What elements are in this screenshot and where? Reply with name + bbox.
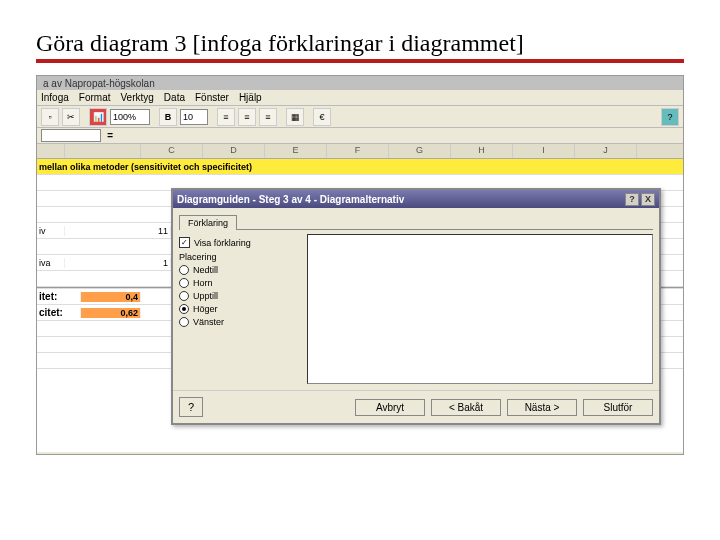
next-button[interactable]: Nästa > [507, 399, 577, 416]
close-icon[interactable]: X [641, 193, 655, 206]
fontsize-select[interactable]: 10 [180, 109, 208, 125]
col-header[interactable]: H [451, 144, 513, 158]
col-header[interactable]: C [141, 144, 203, 158]
bold-btn[interactable]: B [159, 108, 177, 126]
menu-verktyg[interactable]: Verktyg [120, 92, 153, 103]
col-header[interactable]: G [389, 144, 451, 158]
finish-button[interactable]: Slutför [583, 399, 653, 416]
dialog-footer: ? Avbryt < Bakåt Nästa > Slutför [173, 390, 659, 423]
show-legend-label: Visa förklaring [194, 238, 251, 248]
merge-icon[interactable]: ▦ [286, 108, 304, 126]
toolbar-btn[interactable]: ✂ [62, 108, 80, 126]
col-header[interactable]: D [203, 144, 265, 158]
sensitivity-value[interactable]: 0,4 [81, 292, 141, 302]
formula-bar: = [37, 128, 683, 144]
placement-label: Placering [179, 252, 299, 262]
toolbar-btn[interactable]: ▫ [41, 108, 59, 126]
toolbar: ▫ ✂ 📊 100% B 10 ≡ ≡ ≡ ▦ € ? [37, 106, 683, 128]
sheet-heading: mellan olika metoder (sensitivitet och s… [37, 162, 437, 172]
col-header[interactable]: I [513, 144, 575, 158]
tab-forklaring[interactable]: Förklaring [179, 215, 237, 230]
chart-wizard-dialog: Diagramguiden - Steg 3 av 4 - Diagramalt… [171, 188, 661, 425]
cancel-button[interactable]: Avbryt [355, 399, 425, 416]
cell[interactable]: itet: [37, 291, 81, 302]
window-titlebar: a av Napropat-högskolan [37, 76, 683, 90]
cell[interactable]: iva [37, 258, 65, 268]
header-row: mellan olika metoder (sensitivitet och s… [37, 159, 683, 175]
menu-format[interactable]: Format [79, 92, 111, 103]
zoom-select[interactable]: 100% [110, 109, 150, 125]
spreadsheet: C D E F G H I J mellan olika metoder (se… [37, 144, 683, 452]
dialog-titlebar: Diagramguiden - Steg 3 av 4 - Diagramalt… [173, 190, 659, 208]
col-header[interactable]: J [575, 144, 637, 158]
align-right-icon[interactable]: ≡ [259, 108, 277, 126]
legend-options: ✓ Visa förklaring Placering Nedtill Horn… [179, 234, 299, 384]
column-headers: C D E F G H I J [37, 144, 683, 159]
radio-upptill[interactable] [179, 291, 189, 301]
menu-bar: Infoga Format Verktyg Data Fönster Hjälp [37, 90, 683, 106]
radio-horn[interactable] [179, 278, 189, 288]
col-header[interactable]: F [327, 144, 389, 158]
help-icon[interactable]: ? [625, 193, 639, 206]
align-left-icon[interactable]: ≡ [217, 108, 235, 126]
chart-icon[interactable]: 📊 [89, 108, 107, 126]
tab-strip: Förklaring [179, 214, 653, 230]
menu-data[interactable]: Data [164, 92, 185, 103]
show-legend-checkbox[interactable]: ✓ [179, 237, 190, 248]
slide-title: Göra diagram 3 [infoga förklaringar i di… [36, 30, 684, 63]
name-box[interactable] [41, 129, 101, 142]
excel-window: a av Napropat-högskolan Infoga Format Ve… [36, 75, 684, 455]
radio-hoger[interactable] [179, 304, 189, 314]
col-corner [37, 144, 65, 158]
cell[interactable]: 1 [141, 258, 171, 268]
cell[interactable]: iv [37, 226, 65, 236]
specificity-value[interactable]: 0,62 [81, 308, 141, 318]
currency-icon[interactable]: € [313, 108, 331, 126]
assistant-icon[interactable]: ? [661, 108, 679, 126]
menu-fonster[interactable]: Fönster [195, 92, 229, 103]
menu-hjalp[interactable]: Hjälp [239, 92, 262, 103]
menu-infoga[interactable]: Infoga [41, 92, 69, 103]
radio-nedtill[interactable] [179, 265, 189, 275]
back-button[interactable]: < Bakåt [431, 399, 501, 416]
dialog-title: Diagramguiden - Steg 3 av 4 - Diagramalt… [177, 194, 404, 205]
cell[interactable]: citet: [37, 307, 81, 318]
help-button[interactable]: ? [179, 397, 203, 417]
col-header[interactable]: E [265, 144, 327, 158]
fx-label: = [107, 130, 113, 141]
chart-preview [307, 234, 653, 384]
align-center-icon[interactable]: ≡ [238, 108, 256, 126]
cell[interactable]: 11 [141, 226, 171, 236]
radio-vanster[interactable] [179, 317, 189, 327]
col-header[interactable] [65, 144, 141, 158]
